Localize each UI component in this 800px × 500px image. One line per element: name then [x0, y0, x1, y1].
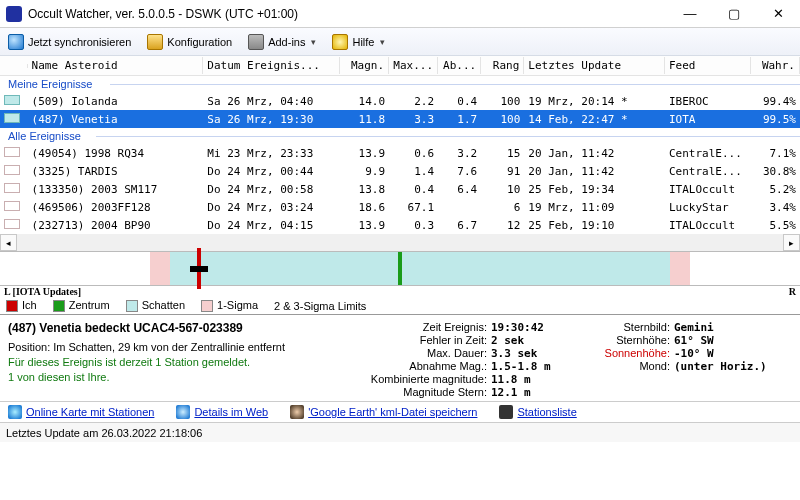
- details-panel: (487) Venetia bedeckt UCAC4-567-023389 P…: [0, 315, 800, 401]
- link-kml[interactable]: 'Google Earth' kml-Datei speichern: [290, 405, 477, 419]
- addins-icon: [248, 34, 264, 50]
- timeline-labels: L [IOTA Updates] R: [0, 286, 800, 297]
- table-row[interactable]: (133350) 2003 SM117Do 24 Mrz, 00:5813.80…: [0, 180, 800, 198]
- legend-limits: 2 & 3-Sigma Limits: [274, 300, 366, 312]
- col-updated[interactable]: Letztes Update: [524, 57, 665, 74]
- legend-ich: Ich: [22, 299, 37, 311]
- config-label: Konfiguration: [167, 36, 232, 48]
- legend-schatten: Schatten: [142, 299, 185, 311]
- minimize-button[interactable]: —: [668, 0, 712, 28]
- titlebar: Occult Watcher, ver. 5.0.0.5 - DSWK (UTC…: [0, 0, 800, 28]
- timeline[interactable]: [0, 251, 800, 286]
- col-rang[interactable]: Rang: [481, 57, 524, 74]
- timeline-left-label: L [IOTA Updates]: [4, 286, 81, 297]
- scroll-left-icon[interactable]: ◂: [0, 234, 17, 251]
- me-marker-cap: [190, 266, 208, 272]
- table-row[interactable]: (509) IolandaSa 26 Mrz, 04:4014.02.20.41…: [0, 92, 800, 110]
- sigma-zone: [670, 252, 690, 285]
- details-stations: Für dieses Ereignis ist derzeit 1 Statio…: [8, 356, 353, 368]
- details-position: Position: Im Schatten, 29 km von der Zen…: [8, 341, 353, 353]
- toolbar: Jetzt synchronisieren Konfiguration Add-…: [0, 28, 800, 56]
- config-icon: [147, 34, 163, 50]
- earth-icon: [290, 405, 304, 419]
- shadow-zone: [400, 252, 670, 285]
- legend-schatten-swatch: [126, 300, 138, 312]
- legend-sigma: 1-Sigma: [217, 299, 258, 311]
- scrollbar-h[interactable]: ◂ ▸: [0, 234, 800, 251]
- legend-ich-swatch: [6, 300, 18, 312]
- addins-button[interactable]: Add-ins▾: [244, 32, 320, 52]
- details-title: (487) Venetia bedeckt UCAC4-567-023389: [8, 321, 353, 335]
- table-row[interactable]: (487) VenetiaSa 26 Mrz, 19:3011.83.31.71…: [0, 110, 800, 128]
- table-row[interactable]: (232713) 2004 BP90Do 24 Mrz, 04:1513.90.…: [0, 216, 800, 234]
- center-marker: [398, 252, 402, 285]
- links-bar: Online Karte mit Stationen Details im We…: [0, 401, 800, 422]
- col-name[interactable]: Name Asteroid: [28, 57, 204, 74]
- sync-label: Jetzt synchronisieren: [28, 36, 131, 48]
- list-icon: [499, 405, 513, 419]
- col-icon[interactable]: [0, 64, 28, 68]
- chevron-down-icon: ▾: [311, 37, 316, 47]
- help-button[interactable]: Hilfe▾: [328, 32, 389, 52]
- help-label: Hilfe: [352, 36, 374, 48]
- app-icon: [6, 6, 22, 22]
- link-details-web[interactable]: Details im Web: [176, 405, 268, 419]
- details-stations-mine: 1 von diesen ist Ihre.: [8, 371, 353, 383]
- globe-icon: [8, 405, 22, 419]
- table-row[interactable]: (469506) 2003FF128Do 24 Mrz, 03:2418.667…: [0, 198, 800, 216]
- help-icon: [332, 34, 348, 50]
- browser-icon: [176, 405, 190, 419]
- statusbar: Letztes Update am 26.03.2022 21:18:06: [0, 422, 800, 442]
- table-row[interactable]: (3325) TARDISDo 24 Mrz, 00:449.91.47.691…: [0, 162, 800, 180]
- maximize-button[interactable]: ▢: [712, 0, 756, 28]
- col-ab[interactable]: Ab...: [438, 57, 481, 74]
- legend: Ich Zentrum Schatten 1-Sigma 2 & 3-Sigma…: [0, 297, 800, 315]
- link-stationlist[interactable]: Stationsliste: [499, 405, 576, 419]
- col-feed[interactable]: Feed: [665, 57, 751, 74]
- col-date[interactable]: Datum Ereignis...: [203, 57, 340, 74]
- addins-label: Add-ins: [268, 36, 305, 48]
- link-online-map[interactable]: Online Karte mit Stationen: [8, 405, 154, 419]
- legend-sigma-swatch: [201, 300, 213, 312]
- timeline-right-label: R: [789, 286, 796, 297]
- status-text: Letztes Update am 26.03.2022 21:18:06: [6, 427, 202, 439]
- window-title: Occult Watcher, ver. 5.0.0.5 - DSWK (UTC…: [28, 7, 668, 21]
- section-all: Alle Ereignisse: [0, 128, 800, 144]
- config-button[interactable]: Konfiguration: [143, 32, 236, 52]
- event-grid: Name Asteroid Datum Ereignis... Magn. Ma…: [0, 56, 800, 251]
- legend-zentrum: Zentrum: [69, 299, 110, 311]
- col-max[interactable]: Max...: [389, 57, 438, 74]
- close-button[interactable]: ✕: [756, 0, 800, 28]
- sigma-zone: [150, 252, 170, 285]
- col-wahr[interactable]: Wahr.: [751, 57, 800, 74]
- sync-icon: [8, 34, 24, 50]
- scroll-right-icon[interactable]: ▸: [783, 234, 800, 251]
- table-row[interactable]: (49054) 1998 RQ34Mi 23 Mrz, 23:3313.90.6…: [0, 144, 800, 162]
- chevron-down-icon: ▾: [380, 37, 385, 47]
- col-magn[interactable]: Magn.: [340, 57, 389, 74]
- legend-zentrum-swatch: [53, 300, 65, 312]
- grid-header[interactable]: Name Asteroid Datum Ereignis... Magn. Ma…: [0, 56, 800, 76]
- sync-button[interactable]: Jetzt synchronisieren: [4, 32, 135, 52]
- section-mine: Meine Ereignisse: [0, 76, 800, 92]
